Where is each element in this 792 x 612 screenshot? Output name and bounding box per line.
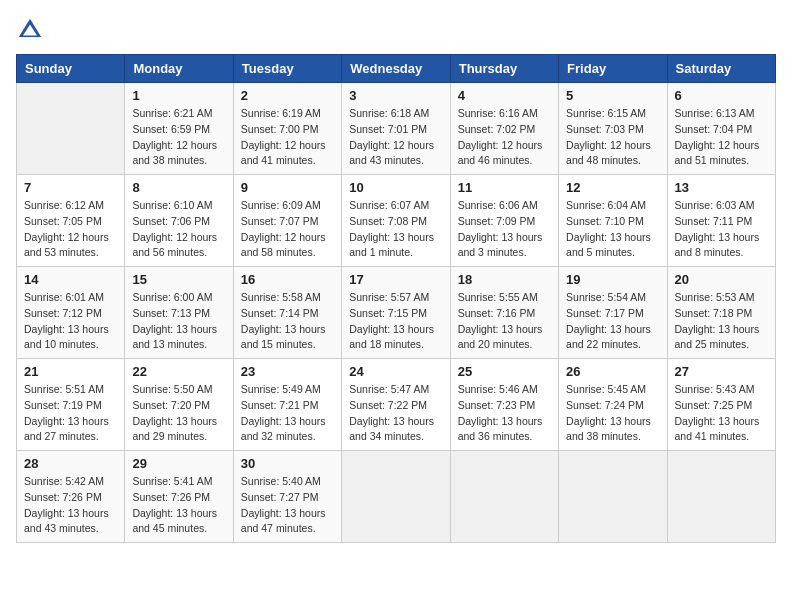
day-cell: 30Sunrise: 5:40 AM Sunset: 7:27 PM Dayli… bbox=[233, 451, 341, 543]
header-cell-wednesday: Wednesday bbox=[342, 55, 450, 83]
day-number: 29 bbox=[132, 456, 225, 471]
header bbox=[16, 16, 776, 44]
day-cell: 28Sunrise: 5:42 AM Sunset: 7:26 PM Dayli… bbox=[17, 451, 125, 543]
day-cell: 22Sunrise: 5:50 AM Sunset: 7:20 PM Dayli… bbox=[125, 359, 233, 451]
day-cell: 16Sunrise: 5:58 AM Sunset: 7:14 PM Dayli… bbox=[233, 267, 341, 359]
logo bbox=[16, 16, 48, 44]
day-number: 15 bbox=[132, 272, 225, 287]
day-info: Sunrise: 5:47 AM Sunset: 7:22 PM Dayligh… bbox=[349, 382, 442, 445]
day-info: Sunrise: 6:18 AM Sunset: 7:01 PM Dayligh… bbox=[349, 106, 442, 169]
day-cell bbox=[667, 451, 775, 543]
day-number: 30 bbox=[241, 456, 334, 471]
week-row-3: 14Sunrise: 6:01 AM Sunset: 7:12 PM Dayli… bbox=[17, 267, 776, 359]
day-cell bbox=[450, 451, 558, 543]
day-cell: 18Sunrise: 5:55 AM Sunset: 7:16 PM Dayli… bbox=[450, 267, 558, 359]
week-row-1: 1Sunrise: 6:21 AM Sunset: 6:59 PM Daylig… bbox=[17, 83, 776, 175]
calendar-header: SundayMondayTuesdayWednesdayThursdayFrid… bbox=[17, 55, 776, 83]
day-info: Sunrise: 6:04 AM Sunset: 7:10 PM Dayligh… bbox=[566, 198, 659, 261]
day-info: Sunrise: 6:00 AM Sunset: 7:13 PM Dayligh… bbox=[132, 290, 225, 353]
day-number: 22 bbox=[132, 364, 225, 379]
day-number: 23 bbox=[241, 364, 334, 379]
day-number: 25 bbox=[458, 364, 551, 379]
day-number: 16 bbox=[241, 272, 334, 287]
day-number: 9 bbox=[241, 180, 334, 195]
day-info: Sunrise: 5:55 AM Sunset: 7:16 PM Dayligh… bbox=[458, 290, 551, 353]
day-number: 11 bbox=[458, 180, 551, 195]
day-cell: 29Sunrise: 5:41 AM Sunset: 7:26 PM Dayli… bbox=[125, 451, 233, 543]
day-info: Sunrise: 6:10 AM Sunset: 7:06 PM Dayligh… bbox=[132, 198, 225, 261]
day-info: Sunrise: 5:43 AM Sunset: 7:25 PM Dayligh… bbox=[675, 382, 768, 445]
day-cell bbox=[17, 83, 125, 175]
day-number: 27 bbox=[675, 364, 768, 379]
logo-icon bbox=[16, 16, 44, 44]
day-number: 18 bbox=[458, 272, 551, 287]
day-info: Sunrise: 5:54 AM Sunset: 7:17 PM Dayligh… bbox=[566, 290, 659, 353]
day-info: Sunrise: 5:49 AM Sunset: 7:21 PM Dayligh… bbox=[241, 382, 334, 445]
day-cell: 21Sunrise: 5:51 AM Sunset: 7:19 PM Dayli… bbox=[17, 359, 125, 451]
day-number: 19 bbox=[566, 272, 659, 287]
header-cell-thursday: Thursday bbox=[450, 55, 558, 83]
day-cell: 4Sunrise: 6:16 AM Sunset: 7:02 PM Daylig… bbox=[450, 83, 558, 175]
day-cell: 17Sunrise: 5:57 AM Sunset: 7:15 PM Dayli… bbox=[342, 267, 450, 359]
day-info: Sunrise: 5:51 AM Sunset: 7:19 PM Dayligh… bbox=[24, 382, 117, 445]
day-info: Sunrise: 6:07 AM Sunset: 7:08 PM Dayligh… bbox=[349, 198, 442, 261]
day-info: Sunrise: 6:21 AM Sunset: 6:59 PM Dayligh… bbox=[132, 106, 225, 169]
day-number: 14 bbox=[24, 272, 117, 287]
day-info: Sunrise: 6:01 AM Sunset: 7:12 PM Dayligh… bbox=[24, 290, 117, 353]
header-cell-saturday: Saturday bbox=[667, 55, 775, 83]
day-cell: 23Sunrise: 5:49 AM Sunset: 7:21 PM Dayli… bbox=[233, 359, 341, 451]
header-row: SundayMondayTuesdayWednesdayThursdayFrid… bbox=[17, 55, 776, 83]
day-info: Sunrise: 5:46 AM Sunset: 7:23 PM Dayligh… bbox=[458, 382, 551, 445]
day-number: 21 bbox=[24, 364, 117, 379]
day-cell: 5Sunrise: 6:15 AM Sunset: 7:03 PM Daylig… bbox=[559, 83, 667, 175]
day-number: 7 bbox=[24, 180, 117, 195]
header-cell-friday: Friday bbox=[559, 55, 667, 83]
day-cell: 14Sunrise: 6:01 AM Sunset: 7:12 PM Dayli… bbox=[17, 267, 125, 359]
week-row-4: 21Sunrise: 5:51 AM Sunset: 7:19 PM Dayli… bbox=[17, 359, 776, 451]
day-cell: 19Sunrise: 5:54 AM Sunset: 7:17 PM Dayli… bbox=[559, 267, 667, 359]
day-cell: 10Sunrise: 6:07 AM Sunset: 7:08 PM Dayli… bbox=[342, 175, 450, 267]
day-info: Sunrise: 6:12 AM Sunset: 7:05 PM Dayligh… bbox=[24, 198, 117, 261]
day-info: Sunrise: 6:13 AM Sunset: 7:04 PM Dayligh… bbox=[675, 106, 768, 169]
day-cell: 25Sunrise: 5:46 AM Sunset: 7:23 PM Dayli… bbox=[450, 359, 558, 451]
day-cell: 12Sunrise: 6:04 AM Sunset: 7:10 PM Dayli… bbox=[559, 175, 667, 267]
day-cell: 6Sunrise: 6:13 AM Sunset: 7:04 PM Daylig… bbox=[667, 83, 775, 175]
day-number: 20 bbox=[675, 272, 768, 287]
day-cell: 3Sunrise: 6:18 AM Sunset: 7:01 PM Daylig… bbox=[342, 83, 450, 175]
day-number: 13 bbox=[675, 180, 768, 195]
day-number: 5 bbox=[566, 88, 659, 103]
day-cell: 24Sunrise: 5:47 AM Sunset: 7:22 PM Dayli… bbox=[342, 359, 450, 451]
day-info: Sunrise: 6:09 AM Sunset: 7:07 PM Dayligh… bbox=[241, 198, 334, 261]
day-info: Sunrise: 6:15 AM Sunset: 7:03 PM Dayligh… bbox=[566, 106, 659, 169]
day-cell: 11Sunrise: 6:06 AM Sunset: 7:09 PM Dayli… bbox=[450, 175, 558, 267]
day-number: 8 bbox=[132, 180, 225, 195]
day-info: Sunrise: 6:16 AM Sunset: 7:02 PM Dayligh… bbox=[458, 106, 551, 169]
day-cell: 15Sunrise: 6:00 AM Sunset: 7:13 PM Dayli… bbox=[125, 267, 233, 359]
day-number: 12 bbox=[566, 180, 659, 195]
day-cell bbox=[342, 451, 450, 543]
day-info: Sunrise: 5:45 AM Sunset: 7:24 PM Dayligh… bbox=[566, 382, 659, 445]
week-row-2: 7Sunrise: 6:12 AM Sunset: 7:05 PM Daylig… bbox=[17, 175, 776, 267]
day-cell: 7Sunrise: 6:12 AM Sunset: 7:05 PM Daylig… bbox=[17, 175, 125, 267]
day-number: 28 bbox=[24, 456, 117, 471]
day-number: 2 bbox=[241, 88, 334, 103]
header-cell-sunday: Sunday bbox=[17, 55, 125, 83]
day-info: Sunrise: 5:53 AM Sunset: 7:18 PM Dayligh… bbox=[675, 290, 768, 353]
day-number: 10 bbox=[349, 180, 442, 195]
day-number: 4 bbox=[458, 88, 551, 103]
day-info: Sunrise: 5:57 AM Sunset: 7:15 PM Dayligh… bbox=[349, 290, 442, 353]
week-row-5: 28Sunrise: 5:42 AM Sunset: 7:26 PM Dayli… bbox=[17, 451, 776, 543]
day-info: Sunrise: 6:06 AM Sunset: 7:09 PM Dayligh… bbox=[458, 198, 551, 261]
day-number: 24 bbox=[349, 364, 442, 379]
day-number: 17 bbox=[349, 272, 442, 287]
calendar-body: 1Sunrise: 6:21 AM Sunset: 6:59 PM Daylig… bbox=[17, 83, 776, 543]
day-cell: 1Sunrise: 6:21 AM Sunset: 6:59 PM Daylig… bbox=[125, 83, 233, 175]
day-cell: 13Sunrise: 6:03 AM Sunset: 7:11 PM Dayli… bbox=[667, 175, 775, 267]
day-info: Sunrise: 6:19 AM Sunset: 7:00 PM Dayligh… bbox=[241, 106, 334, 169]
day-cell: 26Sunrise: 5:45 AM Sunset: 7:24 PM Dayli… bbox=[559, 359, 667, 451]
day-cell: 27Sunrise: 5:43 AM Sunset: 7:25 PM Dayli… bbox=[667, 359, 775, 451]
day-number: 26 bbox=[566, 364, 659, 379]
calendar-table: SundayMondayTuesdayWednesdayThursdayFrid… bbox=[16, 54, 776, 543]
day-info: Sunrise: 6:03 AM Sunset: 7:11 PM Dayligh… bbox=[675, 198, 768, 261]
day-info: Sunrise: 5:42 AM Sunset: 7:26 PM Dayligh… bbox=[24, 474, 117, 537]
